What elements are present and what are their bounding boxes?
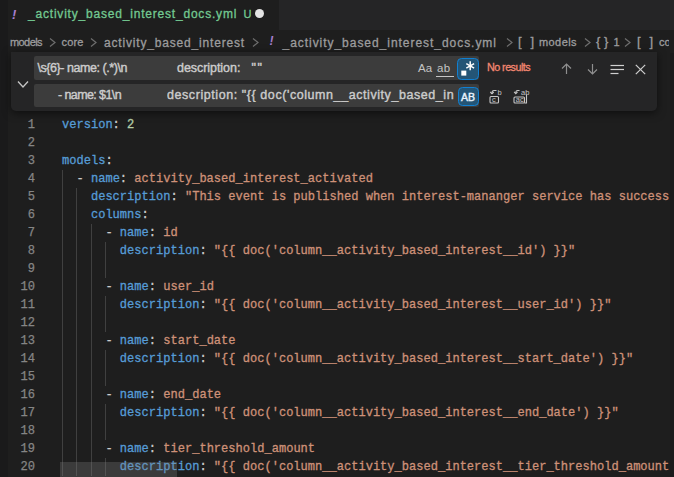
svg-text:b: b xyxy=(498,88,502,97)
svg-text:ac: ac xyxy=(516,95,524,104)
svg-text:c: c xyxy=(492,95,496,104)
